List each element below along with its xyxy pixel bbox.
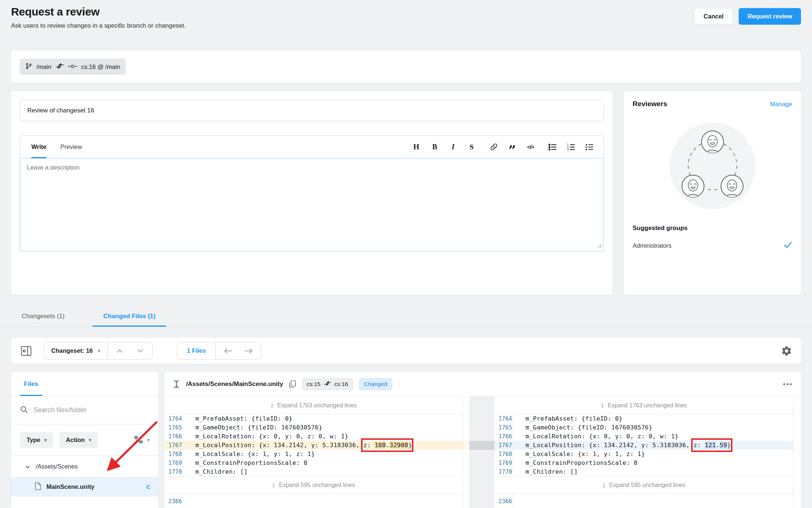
code-line: 1768 m_LocalScale: {x: 1, y: 1, z: 1} [494, 450, 793, 459]
file-navigation-group: 1 Files [177, 342, 261, 360]
chevron-down-icon: ▾ [98, 348, 101, 354]
numbered-list-icon[interactable]: 1 2 3 [567, 143, 575, 152]
type-filter-button[interactable]: Type ▾ [20, 432, 53, 448]
tab-preview[interactable]: Preview [60, 136, 82, 158]
page-header: Request a review Ask users to review cha… [0, 0, 812, 30]
type-filter-label: Type [27, 436, 40, 443]
description-editor: Write Preview H B I S ” </> [20, 135, 604, 251]
merge-arrows-icon [55, 63, 64, 70]
search-icon [20, 406, 28, 415]
changeset-selector-group: Changeset: 16 ▾ [43, 342, 153, 360]
expand-unchanged-top[interactable]: ↕ Expand 1763 unchanged lines [164, 397, 463, 414]
tree-view-toggle[interactable]: ▾ [134, 435, 150, 444]
chevron-down-icon: ▾ [44, 437, 47, 443]
svg-text:3: 3 [567, 148, 569, 151]
expand-updown-icon: ↕ [270, 401, 274, 409]
group-name: Administrators [633, 242, 671, 249]
tab-write[interactable]: Write [31, 136, 46, 158]
chevron-down-icon: ▾ [147, 437, 150, 443]
tab-changed-files[interactable]: Changed Files (1) [92, 306, 166, 327]
cancel-button[interactable]: Cancel [694, 8, 733, 25]
code-line: 1768 m_LocalScale: {x: 1, y: 1, z: 1} [164, 450, 463, 459]
link-icon[interactable] [489, 143, 498, 152]
diff-scroll-strip-new[interactable] [793, 397, 801, 508]
request-review-button[interactable]: Request review [739, 8, 801, 25]
more-options-icon[interactable]: ••• [783, 380, 793, 389]
search-files-input[interactable] [34, 406, 150, 414]
diff-toolbar: Changeset: 16 ▾ 1 Files [11, 338, 801, 364]
action-filter-button[interactable]: Action ▾ [59, 432, 98, 448]
action-filter-label: Action [66, 436, 85, 443]
chevron-down-icon: ▾ [89, 437, 91, 443]
manage-reviewers-link[interactable]: Manage [770, 101, 792, 108]
files-count-label[interactable]: 1 Files [177, 342, 215, 359]
diff-minimap-gutter[interactable] [469, 397, 494, 508]
compare-from-label: cs:15 [307, 381, 321, 387]
changed-status-badge: Changed [359, 378, 392, 390]
branch-source-label: /main [36, 63, 51, 70]
code-line: 1766 m_LocalRotation: {x: 0, y: 0, z: 0,… [164, 432, 463, 441]
copy-icon[interactable] [289, 380, 296, 388]
tree-file-row-selected[interactable]: MainScene.unity C [11, 477, 158, 497]
review-form-card: Write Preview H B I S ” </> [11, 91, 613, 295]
page-subtitle: Ask users to review changes in a specifi… [11, 22, 801, 30]
group-row-administrators[interactable]: Administrators [633, 241, 792, 250]
diff-scroll-strip-old [463, 397, 469, 508]
reviewers-panel: Reviewers Manage [624, 91, 801, 295]
files-panel: Files Type ▾ Action ▾ ▾ [11, 372, 158, 508]
page-title: Request a review [11, 5, 801, 18]
strikethrough-icon[interactable]: S [467, 143, 476, 152]
suggested-groups-heading: Suggested groups [633, 225, 792, 232]
changeset-selector-label: Changeset: 16 [51, 347, 93, 354]
diff-pane-old: ↕ Expand 1763 unchanged lines 1764 m_Pre… [164, 397, 463, 508]
changeset-selector[interactable]: Changeset: 16 ▾ [44, 342, 108, 359]
code-line: 1766 m_LocalRotation: {x: 0, y: 0, z: 0,… [494, 432, 793, 441]
formatting-toolbar: H B I S ” </> [412, 136, 594, 158]
previous-file-button[interactable] [223, 348, 233, 354]
header-actions: Cancel Request review [694, 8, 801, 25]
diff-compare-chip: cs:15 cs:16 [302, 378, 353, 390]
review-title-input[interactable] [20, 100, 604, 121]
description-textarea[interactable] [20, 158, 604, 251]
next-file-button[interactable] [244, 348, 253, 354]
bullet-list-icon[interactable] [548, 143, 557, 152]
italic-icon[interactable]: I [449, 143, 458, 152]
branch-target-label: cs:16 @ /main [81, 63, 120, 70]
code-icon[interactable]: </> [526, 143, 535, 152]
branch-icon [25, 62, 32, 71]
expand-updown-icon: ↕ [602, 481, 606, 489]
merge-arrows-icon [324, 381, 331, 387]
task-list-icon[interactable] [585, 143, 594, 152]
expand-updown-icon: ↕ [272, 481, 275, 489]
code-line: 1769 m_ConstrainProportionsScale: 0 [494, 459, 793, 467]
bold-icon[interactable]: B [430, 143, 439, 152]
diff-change-marker [469, 441, 494, 450]
tab-changesets[interactable]: Changesets (1) [11, 306, 75, 327]
code-line: 1765 m_GameObject: {fileID: 1676030576} [164, 423, 463, 432]
tab-files[interactable]: Files [20, 372, 42, 396]
code-line: 1770 m_Children: [] [494, 467, 793, 476]
document-icon [35, 482, 41, 492]
branch-bar: /main cs:16 @ /main [11, 51, 801, 83]
quote-icon[interactable]: ” [508, 143, 517, 152]
code-line: 1770 m_Children: [] [164, 467, 463, 476]
expand-unchanged-bottom[interactable]: ↕ Expand 595 unchanged lines [164, 476, 463, 494]
heading-icon[interactable]: H [412, 143, 421, 152]
resize-grip[interactable] [597, 243, 602, 250]
expand-unchanged-top[interactable]: ↕ Expand 1763 unchanged lines [494, 397, 793, 414]
tree-folder-row[interactable]: /Assets/Scenes [11, 456, 158, 477]
diff-pane-new: ↕ Expand 1763 unchanged lines 1764 m_Pre… [494, 397, 793, 508]
expand-all-icon[interactable] [172, 380, 181, 388]
code-line: 1765 m_GameObject: {fileID: 1676030576} [494, 423, 793, 432]
diff-file-header: /Assets/Scenes/MainScene.unity cs:15 cs:… [164, 372, 801, 397]
expand-unchanged-bottom[interactable]: ↕ Expand 595 unchanged lines [494, 476, 793, 494]
code-line: 2366 [164, 497, 463, 506]
reviewers-title: Reviewers [633, 100, 667, 108]
annotation-redbox-new: z: 121.59} [693, 442, 731, 449]
chevron-down-icon [25, 463, 30, 470]
next-changeset-button[interactable] [137, 349, 144, 353]
collapse-panel-button[interactable] [20, 345, 32, 357]
settings-gear-icon[interactable] [781, 345, 792, 356]
previous-changeset-button[interactable] [116, 349, 123, 353]
tree-structure-icon [134, 435, 144, 444]
